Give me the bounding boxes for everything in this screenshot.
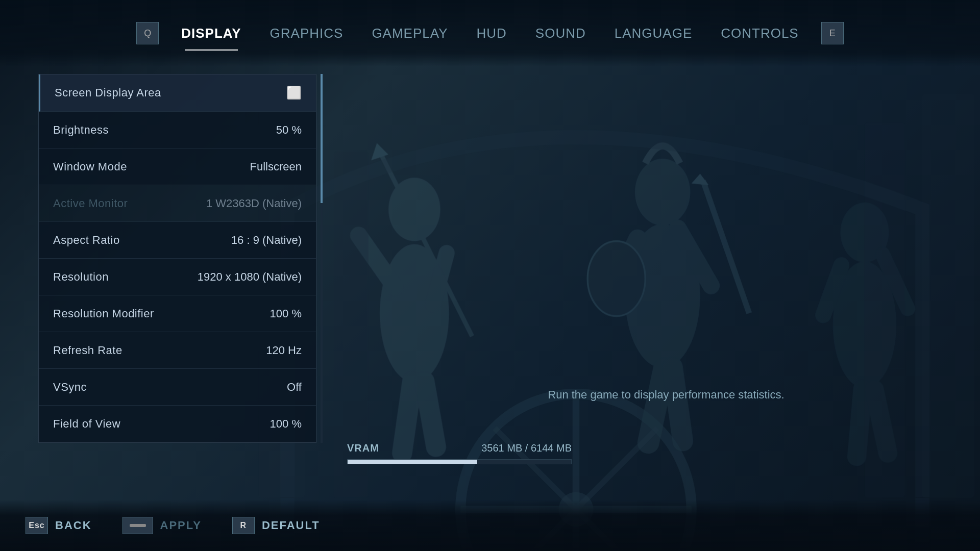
tab-display[interactable]: Display [167,19,255,47]
nav-left-bracket[interactable]: Q [136,22,159,44]
tab-hud[interactable]: HUD [462,19,521,47]
settings-panel: Screen Display Area ⬜ Brightness 50 % Wi… [38,74,316,443]
apply-key [122,517,153,534]
setting-window-mode[interactable]: Window Mode Fullscreen [39,148,316,185]
performance-stats-text: Run the game to display performance stat… [548,388,784,402]
tab-gameplay[interactable]: Gameplay [357,19,462,47]
setting-aspect-ratio[interactable]: Aspect Ratio 16 : 9 (Native) [39,222,316,259]
scrollbar-track[interactable] [321,74,323,443]
setting-active-monitor: Active Monitor 1 W2363D (Native) [39,185,316,222]
setting-resolution[interactable]: Resolution 980 x 551 (Native) [39,259,316,295]
default-key: R [232,517,255,534]
back-key: Esc [26,517,48,534]
nav-right-bracket[interactable]: E [821,22,844,44]
tab-controls[interactable]: Controls [706,19,813,47]
bottom-bar: Esc BACK APPLY R DEFAULT [0,500,980,551]
vram-label: VRAM [347,442,379,454]
setting-brightness[interactable]: Brightness 50 % [39,112,316,148]
setting-screen-display-area[interactable]: Screen Display Area ⬜ [39,74,316,112]
svg-rect-33 [130,524,146,527]
vram-bar-track [347,459,572,464]
display-area-icon: ⬜ [286,86,302,100]
vram-value: 3561 MB / 6144 MB [481,442,572,454]
back-button[interactable]: Esc BACK [26,517,92,534]
tab-graphics[interactable]: Graphics [256,19,358,47]
vram-bar-fill [348,460,477,464]
vram-container: VRAM 3561 MB / 6144 MB [347,442,572,464]
apply-button[interactable]: APPLY [122,517,202,534]
setting-resolution-modifier[interactable]: Resolution Modifier 100 % [39,295,316,332]
back-label: BACK [55,519,92,532]
default-button[interactable]: R DEFAULT [232,517,320,534]
top-navigation: Q Display Graphics Gameplay HUD Sound La… [0,0,980,66]
default-label: DEFAULT [262,519,320,532]
tab-language[interactable]: Language [600,19,707,47]
vram-header: VRAM 3561 MB / 6144 MB [347,442,572,454]
tab-sound[interactable]: Sound [521,19,600,47]
setting-field-of-view[interactable]: Field of View 100 % [39,406,316,442]
settings-list: Screen Display Area ⬜ Brightness 50 % Wi… [38,74,316,443]
setting-refresh-rate[interactable]: Refresh Rate 120 Hz [39,332,316,369]
scrollbar-thumb [321,74,323,203]
right-panel: Run the game to display performance stat… [332,74,960,500]
setting-vsync[interactable]: VSync Off [39,369,316,406]
apply-label: APPLY [160,519,202,532]
